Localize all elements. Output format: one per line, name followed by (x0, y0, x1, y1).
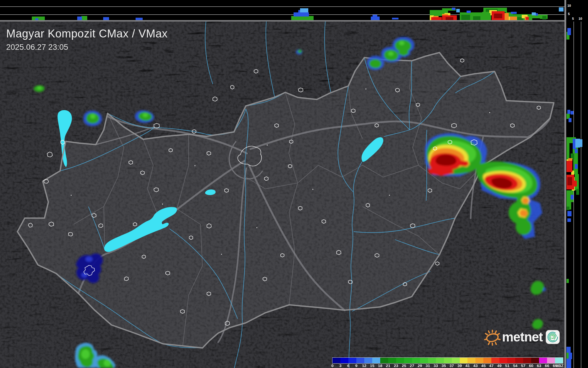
metnet-app-icon (546, 327, 560, 347)
legend-tick: 35 (442, 364, 446, 368)
echo-navy-patch (76, 253, 103, 283)
legend-color-block (340, 358, 348, 363)
right-profile-echoes (566, 28, 582, 368)
legend-color-block (388, 358, 396, 363)
hungary-radar-composite (0, 0, 564, 368)
right-profile-5km-label: 5 (572, 17, 574, 20)
legend-tick: 47 (489, 364, 494, 368)
legend-tick: 45 (481, 364, 486, 368)
legend-color-block (531, 358, 539, 363)
legend-color-block (539, 358, 547, 363)
legend-color-block (412, 358, 420, 363)
legend-color-block (428, 358, 436, 363)
legend-color-block (499, 358, 507, 363)
legend-tick: 25 (402, 364, 406, 368)
vmax-top-profile (0, 0, 566, 20)
legend-color-block (420, 358, 428, 363)
legend-tick: 18 (378, 364, 382, 368)
legend-tick: 57 (521, 364, 526, 368)
legend-color-block (483, 358, 491, 363)
legend-tick: 21 (386, 364, 390, 368)
legend-tick: 39 (457, 364, 462, 368)
logo-text: metnet (502, 330, 543, 344)
legend-color-bar (332, 358, 563, 363)
legend-tick: 27 (410, 364, 414, 368)
legend-color-block (404, 358, 412, 363)
legend-color-block (523, 358, 531, 363)
legend-tick: 66 (545, 364, 549, 368)
top-profile-5km-label: 5 (568, 12, 570, 16)
timestamp: 2025.06.27 23:05 (6, 43, 168, 52)
top-profile-10km-label: 10 (567, 4, 571, 7)
legend-color-block (444, 358, 452, 363)
legend-tick: 0 (331, 364, 334, 368)
legend-color-block (460, 358, 468, 363)
legend-color-block (364, 358, 372, 363)
legend-tick: 3 (339, 364, 342, 368)
vmax-right-profile (566, 0, 588, 368)
legend-color-block (555, 358, 563, 363)
legend-tick: 31 (426, 364, 430, 368)
legend-tick: 54 (513, 364, 518, 368)
legend-color-block (332, 358, 340, 363)
legend-tick: 49 (497, 364, 502, 368)
legend-tick: 37 (449, 364, 454, 368)
legend-color-block (491, 358, 499, 363)
legend-tick: 51 (505, 364, 510, 368)
legend-color-block (507, 358, 515, 363)
page-title: Magyar Kompozit CMax / VMax (6, 27, 168, 40)
legend-tick: 41 (465, 364, 470, 368)
legend-color-block (515, 358, 523, 363)
legend-tick: 23 (394, 364, 398, 368)
legend-tick: 33 (434, 364, 438, 368)
legend-color-block (467, 358, 475, 363)
legend-color-block (348, 358, 356, 363)
title-block: Magyar Kompozit CMax / VMax 2025.06.27 2… (6, 27, 168, 52)
metnet-logo[interactable]: metnet (483, 325, 560, 349)
legend-tick: 6 (347, 364, 350, 368)
legend-color-block (475, 358, 483, 363)
legend-tick-labels: 0369121518212325272931333537394143454749… (332, 364, 563, 368)
legend-color-block (372, 358, 380, 363)
legend-tick: 29 (418, 364, 422, 368)
legend-tick: 9 (355, 364, 358, 368)
legend-tick: 63 (537, 364, 541, 368)
legend-tick: 15 (370, 364, 374, 368)
radar-app: Magyar Kompozit CMax / VMax 2025.06.27 2… (0, 0, 588, 368)
legend-color-block (380, 358, 388, 363)
top-profile-echoes (32, 7, 564, 20)
right-profile-10km-label: 10 (579, 17, 582, 20)
sun-icon (483, 326, 501, 349)
legend-unit-label: dBZ (556, 364, 564, 368)
legend-color-block (547, 358, 555, 363)
legend-color-block (356, 358, 364, 363)
legend-tick: 43 (473, 364, 478, 368)
height-line-10km-right (581, 22, 582, 368)
terrain-layer (0, 0, 564, 368)
legend-tick: 60 (529, 364, 533, 368)
dbz-legend: 0369121518212325272931333537394143454749… (332, 358, 563, 368)
height-line-10km (0, 6, 566, 7)
legend-color-block (396, 358, 404, 363)
top-profile-ground-bar (0, 20, 566, 22)
radar-map: Magyar Kompozit CMax / VMax 2025.06.27 2… (0, 0, 564, 368)
legend-tick: 12 (362, 364, 366, 368)
legend-color-block (452, 358, 460, 363)
legend-color-block (436, 358, 444, 363)
